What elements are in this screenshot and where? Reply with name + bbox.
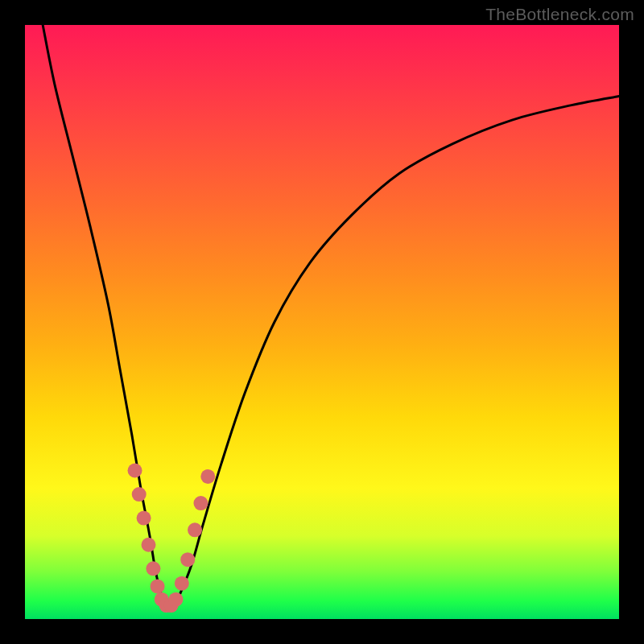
marker-point bbox=[146, 561, 160, 576]
marker-point bbox=[200, 469, 215, 484]
marker-point bbox=[151, 579, 165, 593]
marker-point bbox=[180, 552, 195, 567]
plot-area bbox=[25, 25, 619, 619]
bottleneck-curve bbox=[43, 25, 619, 609]
marker-point bbox=[188, 522, 202, 537]
marker-point bbox=[142, 538, 156, 552]
marker-point bbox=[193, 496, 208, 510]
marker-point bbox=[175, 576, 189, 591]
marker-point bbox=[132, 487, 147, 502]
bottleneck-curve-svg bbox=[25, 25, 619, 619]
marker-point bbox=[137, 511, 151, 526]
watermark-text: TheBottleneck.com bbox=[485, 5, 634, 24]
chart-frame: TheBottleneck.com bbox=[0, 0, 644, 644]
marker-point bbox=[168, 592, 183, 607]
marker-point bbox=[128, 464, 142, 478]
